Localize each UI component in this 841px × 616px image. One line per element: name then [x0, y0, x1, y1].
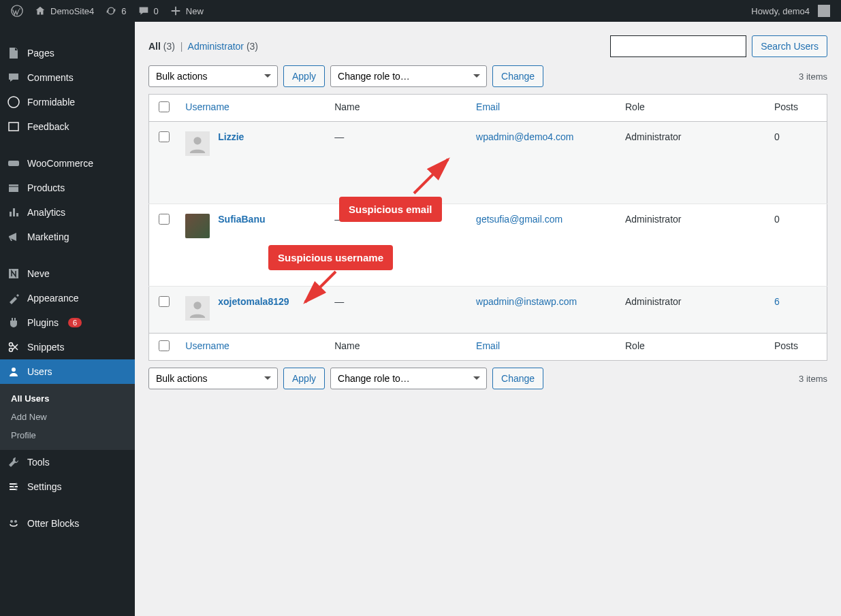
- sidebar-item-otter[interactable]: Otter Blocks: [0, 511, 135, 536]
- sidebar-label: Snippets: [27, 342, 64, 353]
- posts-link[interactable]: 6: [774, 296, 780, 307]
- sidebar-label: Products: [27, 182, 65, 193]
- users-table: Username Name Email Role Posts Lizzie—wp…: [148, 94, 827, 361]
- apply-button[interactable]: Apply: [283, 65, 325, 87]
- role-cell: Administrator: [625, 296, 681, 307]
- sidebar-item-neve[interactable]: Neve: [0, 261, 135, 286]
- sidebar-item-comments[interactable]: Comments: [0, 65, 135, 90]
- sidebar-item-plugins[interactable]: Plugins 6: [0, 310, 135, 335]
- user-cell: SufiaBanu: [185, 214, 321, 238]
- user-cell: Lizzie: [185, 131, 321, 156]
- col-name-foot: Name: [328, 334, 469, 361]
- account-link[interactable]: Howdy, demo4: [746, 0, 836, 22]
- admin-sidebar: Pages Comments Formidable Feedback WooCo…: [0, 22, 135, 616]
- svg-point-11: [16, 489, 18, 491]
- svg-rect-2: [9, 123, 18, 131]
- avatar-photo: [185, 214, 210, 238]
- filter-all[interactable]: All: [148, 41, 161, 52]
- row-checkbox[interactable]: [159, 214, 170, 225]
- sidebar-label: Settings: [27, 481, 62, 492]
- change-button[interactable]: Change: [492, 65, 543, 87]
- filter-all-count: (3): [163, 41, 175, 52]
- sidebar-item-feedback[interactable]: Feedback: [0, 114, 135, 139]
- annotation-email: Suspicious email: [339, 197, 442, 222]
- col-posts: Posts: [767, 95, 827, 122]
- sidebar-label: Marketing: [27, 231, 69, 242]
- sidebar-item-tools[interactable]: Tools: [0, 450, 135, 474]
- col-email[interactable]: Email: [476, 101, 500, 112]
- col-username-foot[interactable]: Username: [185, 340, 229, 351]
- submenu-add-new[interactable]: Add New: [0, 408, 135, 426]
- actions-bottom: Bulk actions Apply Change role to… Chang…: [148, 368, 827, 389]
- avatar-icon: [188, 134, 207, 153]
- sidebar-label: Otter Blocks: [27, 518, 79, 529]
- row-checkbox[interactable]: [159, 296, 170, 307]
- site-name: DemoSite4: [50, 6, 94, 16]
- svg-point-12: [10, 520, 13, 523]
- updates-count: 6: [121, 6, 126, 16]
- search-input[interactable]: [610, 35, 746, 57]
- analytics-icon: [7, 206, 20, 219]
- svg-rect-4: [9, 184, 18, 192]
- email-link[interactable]: wpadmin@demo4.com: [476, 131, 573, 142]
- select-all-top[interactable]: [159, 101, 170, 112]
- sidebar-item-appearance[interactable]: Appearance: [0, 286, 135, 310]
- site-link[interactable]: DemoSite4: [29, 0, 99, 22]
- table-row: Lizzie—wpadmin@demo4.comAdministrator0: [149, 122, 827, 204]
- actions-top: Bulk actions Apply Change role to… Chang…: [148, 65, 827, 87]
- search-button[interactable]: Search Users: [752, 35, 827, 57]
- plugins-badge: 6: [68, 318, 82, 327]
- sidebar-label: Neve: [27, 268, 50, 279]
- svg-point-7: [10, 343, 13, 346]
- updates-link[interactable]: 6: [99, 0, 131, 22]
- username-link[interactable]: Lizzie: [218, 131, 244, 142]
- comments-link[interactable]: 0: [132, 0, 164, 22]
- email-link[interactable]: getsufia@gmail.com: [476, 214, 562, 225]
- sidebar-item-products[interactable]: Products: [0, 176, 135, 200]
- username-link[interactable]: SufiaBanu: [218, 214, 265, 225]
- email-link[interactable]: wpadmin@instawp.com: [476, 296, 577, 307]
- svg-point-9: [16, 483, 18, 485]
- col-email-foot[interactable]: Email: [476, 340, 500, 351]
- neve-icon: [7, 267, 20, 280]
- col-username[interactable]: Username: [185, 101, 229, 112]
- change-button-bottom[interactable]: Change: [492, 368, 543, 389]
- sidebar-item-snippets[interactable]: Snippets: [0, 335, 135, 359]
- plugins-icon: [7, 316, 20, 329]
- role-cell: Administrator: [625, 131, 681, 142]
- main-content: All (3) | Administrator (3) Search Users…: [135, 22, 841, 616]
- svg-point-15: [194, 302, 202, 309]
- user-avatar: [185, 296, 210, 321]
- refresh-icon: [105, 5, 117, 17]
- submenu-profile[interactable]: Profile: [0, 426, 135, 444]
- sidebar-item-settings[interactable]: Settings: [0, 474, 135, 499]
- settings-icon: [7, 480, 20, 493]
- username-link[interactable]: xojetomala8129: [218, 296, 289, 307]
- filter-administrator[interactable]: Administrator: [188, 41, 244, 52]
- wp-logo[interactable]: [5, 0, 29, 22]
- sidebar-item-formidable[interactable]: Formidable: [0, 90, 135, 114]
- sidebar-item-marketing[interactable]: Marketing: [0, 225, 135, 249]
- posts-count: 0: [774, 214, 780, 225]
- filter-row: All (3) | Administrator (3) Search Users: [148, 35, 827, 57]
- sidebar-label: Appearance: [27, 293, 79, 304]
- sidebar-item-users[interactable]: Users: [0, 359, 135, 384]
- col-name: Name: [328, 95, 469, 122]
- select-all-bottom[interactable]: [159, 340, 170, 351]
- table-row: SufiaBanu—getsufia@gmail.comAdministrato…: [149, 204, 827, 287]
- sidebar-item-analytics[interactable]: Analytics: [0, 200, 135, 225]
- appearance-icon: [7, 291, 20, 305]
- row-checkbox[interactable]: [159, 131, 170, 142]
- col-posts-foot: Posts: [767, 334, 827, 361]
- apply-button-bottom[interactable]: Apply: [283, 368, 325, 389]
- submenu-all-users[interactable]: All Users: [0, 389, 135, 408]
- change-role-select-bottom[interactable]: Change role to…: [330, 368, 487, 389]
- comments-count: 0: [154, 6, 159, 16]
- sidebar-label: Formidable: [27, 97, 75, 108]
- bulk-actions-select[interactable]: Bulk actions: [148, 65, 278, 87]
- sidebar-item-woocommerce[interactable]: WooCommerce: [0, 151, 135, 176]
- change-role-select[interactable]: Change role to…: [330, 65, 487, 87]
- sidebar-item-pages[interactable]: Pages: [0, 41, 135, 65]
- bulk-actions-select-bottom[interactable]: Bulk actions: [148, 368, 278, 389]
- new-link[interactable]: New: [164, 0, 209, 22]
